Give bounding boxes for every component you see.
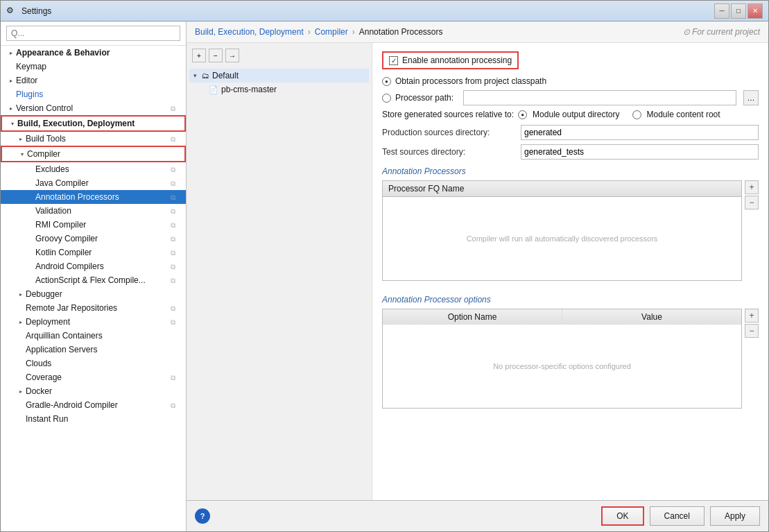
sidebar-item-build-tools[interactable]: Build Tools <box>1 132 186 146</box>
processor-path-radio[interactable] <box>382 94 391 103</box>
next-profile-button[interactable]: → <box>225 49 239 62</box>
annotation-processors-container: Processor FQ Name Compiler will run all … <box>382 180 759 288</box>
sidebar-item-label: Java Compiler <box>35 178 171 188</box>
sidebar-item-label: Build, Execution, Deployment <box>17 119 179 128</box>
sidebar-item-version-control[interactable]: Version Control <box>1 101 186 115</box>
sidebar-item-plugins[interactable]: Plugins <box>1 87 186 101</box>
sidebar-item-kotlin-compiler[interactable]: Kotlin Compiler <box>1 246 186 259</box>
profile-item-pb-cms[interactable]: 📄 pb-cms-master <box>189 83 369 96</box>
sidebar-item-validation[interactable]: Validation <box>1 204 186 218</box>
annotation-add-button[interactable]: + <box>745 180 759 194</box>
sidebar-item-label: Groovy Compiler <box>35 234 171 243</box>
browse-button[interactable]: … <box>743 90 759 105</box>
option-remove-button[interactable]: − <box>745 324 759 338</box>
sidebar-item-debugger[interactable]: Debugger <box>1 287 186 301</box>
minimize-button[interactable]: ─ <box>714 3 729 19</box>
processor-path-input[interactable] <box>463 90 736 105</box>
enable-annotation-checkbox[interactable] <box>389 56 398 65</box>
annotation-remove-button[interactable]: − <box>745 196 759 209</box>
sidebar-item-instant-run[interactable]: Instant Run <box>1 412 186 426</box>
enable-annotation-label[interactable]: Enable annotation processing <box>382 51 519 69</box>
sidebar-item-remote-jar[interactable]: Remote Jar Repositories <box>1 301 186 315</box>
sidebar-item-editor[interactable]: Editor <box>1 74 186 87</box>
copy-icon <box>171 206 180 216</box>
sidebar-item-clouds[interactable]: Clouds <box>1 357 186 370</box>
sidebar-item-arquillian[interactable]: Arquillian Containers <box>1 329 186 343</box>
tree-arrow-icon <box>6 62 16 71</box>
annotation-processors-title: Annotation Processors <box>382 166 759 176</box>
sidebar-item-label: Compiler <box>27 149 179 159</box>
sidebar-item-android-compilers[interactable]: Android Compilers <box>1 259 186 273</box>
maximize-button[interactable]: □ <box>731 3 746 19</box>
tree-arrow-icon <box>16 317 26 327</box>
breadcrumb-build[interactable]: Build, Execution, Deployment <box>195 27 304 37</box>
tree-arrow-icon <box>17 149 27 159</box>
sidebar-item-coverage[interactable]: Coverage <box>1 370 186 384</box>
settings-tree: Appearance & Behavior Keymap Editor Plug… <box>1 46 186 531</box>
obtain-classpath-radio[interactable] <box>382 77 391 86</box>
test-sources-label: Test sources directory: <box>382 147 521 157</box>
test-sources-row: Test sources directory: <box>382 144 759 160</box>
tree-arrow-icon <box>6 48 16 58</box>
sidebar-item-annotation-processors[interactable]: Annotation Processors <box>1 190 186 204</box>
sidebar-item-build-execution[interactable]: Build, Execution, Deployment <box>1 115 186 132</box>
production-sources-label: Production sources directory: <box>382 128 521 137</box>
production-sources-input[interactable] <box>521 125 759 140</box>
sidebar-item-appearance[interactable]: Appearance & Behavior <box>1 46 186 60</box>
enable-annotation-text: Enable annotation processing <box>402 55 512 65</box>
help-button[interactable]: ? <box>195 508 210 524</box>
sidebar-item-label: Version Control <box>16 103 171 113</box>
annotation-processors-buttons: + − <box>745 180 759 288</box>
breadcrumb-sep-2: › <box>352 27 355 37</box>
sidebar-item-label: Validation <box>35 206 171 216</box>
apply-button[interactable]: Apply <box>710 506 760 526</box>
sidebar-item-label: Editor <box>16 76 180 85</box>
sidebar-item-label: Appearance & Behavior <box>16 48 180 58</box>
sidebar-item-label: Plugins <box>16 89 180 99</box>
tree-arrow-icon <box>8 119 17 128</box>
tree-arrow-icon <box>16 414 26 424</box>
sidebar-item-label: RMI Compiler <box>35 220 171 230</box>
sidebar-item-java-compiler[interactable]: Java Compiler <box>1 176 186 190</box>
sidebar-item-app-servers[interactable]: Application Servers <box>1 343 186 357</box>
copy-icon <box>171 303 180 313</box>
obtain-classpath-row: Obtain processors from project classpath <box>382 76 759 86</box>
sidebar-item-keymap[interactable]: Keymap <box>1 60 186 74</box>
sidebar-item-label: Instant Run <box>26 414 180 424</box>
close-button[interactable]: ✕ <box>748 3 763 19</box>
module-output-radio[interactable] <box>518 110 527 119</box>
sidebar-item-rmi-compiler[interactable]: RMI Compiler <box>1 218 186 232</box>
cancel-button[interactable]: Cancel <box>650 506 705 526</box>
window-title: Settings <box>21 6 714 16</box>
option-add-button[interactable]: + <box>745 309 759 323</box>
option-name-col: Option Name <box>383 309 562 325</box>
copy-icon <box>171 261 180 271</box>
add-profile-button[interactable]: + <box>192 49 206 62</box>
module-content-radio[interactable] <box>632 110 641 119</box>
annotation-processors-table: Processor FQ Name Compiler will run all … <box>382 180 742 281</box>
sidebar-item-docker[interactable]: Docker <box>1 384 186 398</box>
window-controls: ─ □ ✕ <box>714 3 763 19</box>
tree-arrow-icon <box>16 359 26 368</box>
sidebar-item-actionscript[interactable]: ActionScript & Flex Compile... <box>1 273 186 287</box>
tree-arrow-icon <box>6 76 16 85</box>
annotation-options-header: Option Name Value <box>383 309 741 325</box>
sidebar-item-compiler[interactable]: Compiler <box>1 146 186 162</box>
ok-button[interactable]: OK <box>601 506 643 526</box>
tree-arrow-icon <box>26 234 35 243</box>
sidebar-item-groovy-compiler[interactable]: Groovy Compiler <box>1 232 186 246</box>
breadcrumb-compiler[interactable]: Compiler <box>315 27 348 37</box>
sidebar-item-label: Build Tools <box>26 134 171 144</box>
sidebar-item-gradle-android[interactable]: Gradle-Android Compiler <box>1 398 186 412</box>
copy-icon <box>171 220 180 230</box>
sidebar-item-label: Excludes <box>35 164 171 174</box>
annotation-processors-empty: Compiler will run all automatically disc… <box>383 197 741 280</box>
search-input[interactable] <box>6 26 180 41</box>
test-sources-input[interactable] <box>521 144 759 160</box>
profile-item-default[interactable]: 🗂 Default <box>189 69 369 83</box>
sidebar-item-deployment[interactable]: Deployment <box>1 315 186 329</box>
remove-profile-button[interactable]: − <box>209 49 223 62</box>
sidebar-item-excludes[interactable]: Excludes <box>1 162 186 176</box>
title-bar: ⚙ Settings ─ □ ✕ <box>1 1 768 22</box>
copy-icon <box>171 248 180 257</box>
